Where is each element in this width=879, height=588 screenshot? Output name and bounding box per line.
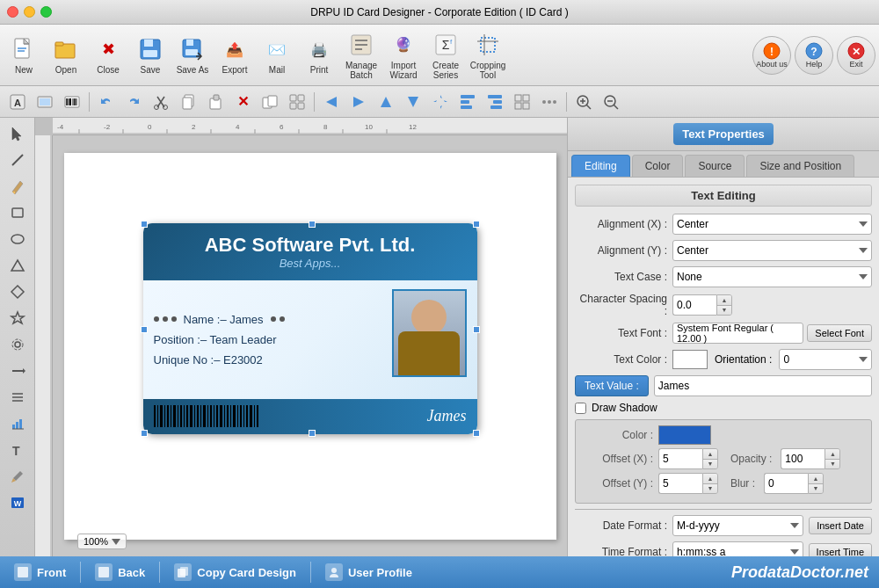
delete-button[interactable]: ✕	[230, 90, 255, 114]
text-color-picker[interactable]	[672, 350, 708, 369]
barcode-tool-button[interactable]	[60, 90, 84, 114]
arrow-down-button[interactable]	[401, 90, 425, 114]
cropping-tool-button[interactable]: Cropping Tool	[468, 28, 508, 83]
minimize-window-button[interactable]	[24, 6, 35, 18]
resize-handle-br[interactable]	[473, 430, 480, 437]
maximize-window-button[interactable]	[40, 6, 52, 18]
resize-handle-tl[interactable]	[141, 221, 148, 228]
dots-button[interactable]	[537, 90, 562, 114]
shadow-offset-y-spinner[interactable]: ▲ ▼	[658, 473, 718, 494]
zoom-out-button[interactable]	[599, 90, 623, 114]
resize-handle-tm[interactable]	[309, 221, 316, 228]
back-button[interactable]: Back	[81, 556, 159, 588]
mail-button[interactable]: ✉️ Mail	[257, 28, 297, 83]
user-profile-button[interactable]: User Profile	[311, 556, 426, 588]
diamond-tool[interactable]	[4, 279, 31, 304]
shadow-opacity-spinner[interactable]: ▲ ▼	[781, 448, 840, 469]
paste-button[interactable]	[203, 90, 228, 114]
brush-tool[interactable]	[4, 464, 31, 489]
tab-editing[interactable]: Editing	[571, 155, 630, 177]
orientation-select[interactable]: 0 90 180 270	[779, 349, 872, 370]
resize-handle-bl[interactable]	[141, 430, 148, 437]
list-tool[interactable]	[4, 385, 31, 410]
char-spacing-up[interactable]: ▲	[717, 295, 731, 306]
triangle-tool[interactable]	[4, 253, 31, 278]
save-as-button[interactable]: Save As	[172, 28, 213, 83]
shadow-offset-x-down[interactable]: ▼	[703, 460, 717, 469]
star-tool[interactable]	[4, 306, 31, 330]
group-button[interactable]	[285, 90, 309, 114]
close-button[interactable]: ✖ Close	[88, 28, 128, 83]
resize-handle-mr[interactable]	[473, 326, 480, 333]
select-tool[interactable]	[4, 121, 31, 146]
close-window-button[interactable]	[7, 6, 18, 18]
insert-date-button[interactable]: Insert Date	[809, 517, 872, 534]
shadow-opacity-up[interactable]: ▲	[825, 449, 839, 460]
resize-handle-bm[interactable]	[309, 430, 316, 437]
arrow-right-button[interactable]	[346, 90, 371, 114]
shadow-blur-up[interactable]: ▲	[809, 474, 823, 484]
word-tool[interactable]: W	[4, 490, 31, 515]
text-value-button[interactable]: Text Value :	[575, 375, 649, 396]
shadow-offset-y-down[interactable]: ▼	[703, 484, 717, 494]
shadow-offset-y-input[interactable]	[658, 473, 702, 494]
arrow-left-button[interactable]	[319, 90, 344, 114]
save-button[interactable]: Save	[130, 28, 171, 83]
copy-button[interactable]	[176, 90, 200, 114]
time-format-select[interactable]: h:mm:ss a HH:mm:ss hh:mm a	[672, 541, 803, 556]
export-button[interactable]: 📤 Export	[214, 28, 255, 83]
rect-tool[interactable]	[4, 200, 31, 225]
image-tool-button[interactable]	[33, 90, 57, 114]
resize-handle-tr[interactable]	[473, 221, 480, 228]
text-case-select[interactable]: None Upper Lower	[672, 266, 872, 287]
line-tool[interactable]	[4, 148, 31, 172]
arrow-tool[interactable]	[4, 359, 31, 383]
gear-tool[interactable]	[4, 332, 31, 357]
select-font-button[interactable]: Select Font	[807, 324, 872, 342]
zoom-in-button[interactable]	[571, 90, 596, 114]
alignment-x-select[interactable]: Center Left Right	[672, 214, 872, 235]
shadow-opacity-down[interactable]: ▼	[825, 460, 839, 469]
exit-button[interactable]: ✕ Exit	[837, 36, 875, 75]
undo-button[interactable]	[94, 90, 119, 114]
shadow-offset-x-up[interactable]: ▲	[703, 449, 717, 460]
align-left-button[interactable]	[455, 90, 480, 114]
ellipse-tool[interactable]	[4, 227, 31, 251]
shadow-blur-input[interactable]	[764, 473, 808, 494]
redo-button[interactable]	[121, 90, 146, 114]
alignment-y-select[interactable]: Center Top Bottom	[672, 240, 872, 261]
text-tool-button[interactable]: A	[5, 90, 30, 114]
shadow-opacity-input[interactable]	[781, 448, 825, 469]
shadow-color-picker[interactable]	[658, 425, 711, 445]
shadow-offset-y-up[interactable]: ▲	[703, 474, 717, 484]
draw-shadow-checkbox[interactable]	[575, 403, 586, 414]
pencil-tool[interactable]	[4, 174, 31, 199]
cut-button[interactable]	[149, 90, 173, 114]
chart-tool[interactable]	[4, 411, 31, 436]
char-spacing-down[interactable]: ▼	[717, 306, 731, 316]
manage-batch-button[interactable]: Manage Batch	[341, 28, 381, 83]
help-button[interactable]: ? Help	[795, 36, 833, 75]
resize-handle-ml[interactable]	[141, 326, 148, 333]
char-spacing-input[interactable]	[672, 294, 716, 316]
tab-size-position[interactable]: Size and Position	[746, 155, 854, 177]
text-value-input[interactable]	[654, 375, 872, 396]
align-right-button[interactable]	[483, 90, 507, 114]
grid-button[interactable]	[510, 90, 534, 114]
date-format-select[interactable]: M-d-yyyy dd/MM/yyyy MM/dd/yyyy	[672, 515, 803, 536]
tab-source[interactable]: Source	[685, 155, 745, 177]
new-button[interactable]: New	[4, 28, 44, 83]
arrow-up-button[interactable]	[374, 90, 398, 114]
canvas-content[interactable]: ABC Software Pvt. Ltd. Best Apps... Name	[53, 135, 567, 556]
shadow-offset-x-spinner[interactable]: ▲ ▼	[658, 448, 718, 469]
zoom-control[interactable]: 100%	[77, 534, 127, 549]
import-wizard-button[interactable]: 🔮 Import Wizard	[383, 28, 424, 83]
copy-card-button[interactable]: Copy Card Design	[160, 556, 310, 588]
char-spacing-spinner[interactable]: ▲ ▼	[672, 294, 732, 316]
shadow-offset-x-input[interactable]	[658, 448, 702, 469]
about-us-button[interactable]: ! About us	[752, 36, 791, 75]
shadow-blur-spinner[interactable]: ▲ ▼	[764, 473, 824, 494]
tab-color[interactable]: Color	[632, 155, 684, 177]
clone-button[interactable]	[258, 90, 282, 114]
create-series-button[interactable]: Σ f Create Series	[425, 28, 466, 83]
